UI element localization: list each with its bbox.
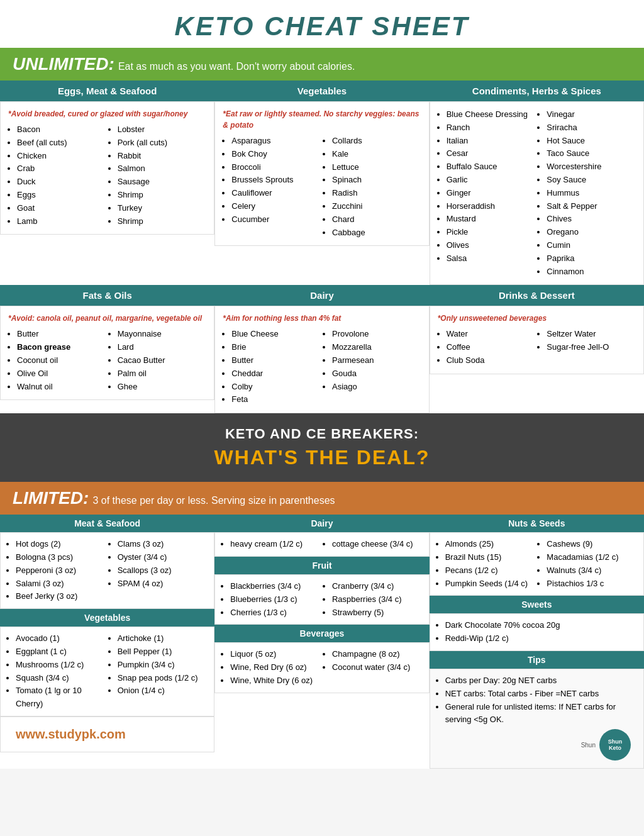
sweets-header: Sweets (430, 596, 644, 613)
list-item: Mushrooms (1/2 c) (16, 659, 106, 672)
eggs-meat-note: *Avoid breaded, cured or glazed with sug… (8, 108, 206, 120)
fruit-header: Fruit (214, 557, 429, 574)
limited-veg-col2: Artichoke (1) Bell Pepper (1) Pumpkin (3… (109, 632, 208, 711)
list-item: Walnut oil (17, 381, 106, 394)
limited-right-col: Nuts & Seeds Almonds (25) Brazil Nuts (1… (430, 515, 644, 769)
list-item: Wine, Red Dry (6 oz) (230, 661, 321, 674)
fruit-col2: Cranberry (3/4 c) Raspberries (3/4 c) St… (323, 580, 423, 619)
list-item: Ginger (447, 187, 536, 200)
fats-cell: Fats & Oils *Avoid: canola oil, peanut o… (0, 285, 214, 413)
list-item: Brie (231, 341, 321, 354)
list-item: Champagne (8 oz) (332, 648, 423, 661)
list-item: General rule for unlisted items: If NET … (445, 701, 637, 727)
dairy-cell: Dairy *Aim for nothing less than 4% fat … (214, 285, 429, 413)
unlimited-label: UNLIMITED: (13, 54, 114, 74)
nuts-col2: Cashews (9) Macadamias (1/2 c) Walnuts (… (538, 538, 637, 590)
list-item: Celery (231, 200, 321, 213)
list-item: Salami (3 oz) (16, 577, 106, 591)
overlay-title: KETO AND CE BREAKERS: (19, 426, 625, 442)
list-item: Olives (447, 239, 536, 252)
list-item: Seltzer Water (547, 328, 636, 341)
list-item: Garlic (447, 174, 536, 187)
list-item: Hummus (547, 187, 636, 200)
limited-middle-col: Dairy heavy cream (1/2 c) cottage cheese… (214, 515, 429, 769)
list-item: Cacao Butter (118, 354, 207, 367)
list-item: Bok Choy (231, 148, 321, 161)
list-item: Cranberry (3/4 c) (332, 580, 423, 593)
list-item: Paprika (547, 252, 636, 265)
list-item: Oyster (3/4 c) (118, 551, 208, 564)
eggs-meat-content: *Avoid breaded, cured or glazed with sug… (0, 101, 214, 235)
list-item: SPAM (4 oz) (118, 577, 208, 591)
list-item: Brussels Sprouts (231, 174, 321, 187)
list-item: Ranch (447, 121, 536, 135)
list-item: Mozzarella (332, 341, 421, 354)
list-item: Oregano (547, 226, 636, 239)
condiments-content: Blue Cheese Dressing Ranch Italian Cesar… (430, 101, 644, 285)
list-item: Cucumber (231, 213, 321, 226)
list-item: Pumpkin (3/4 c) (118, 659, 208, 672)
list-item: Ghee (118, 381, 207, 394)
limited-meat-header: Meat & Seafood (0, 515, 214, 532)
limited-dairy-content: heavy cream (1/2 c) cottage cheese (3/4 … (214, 532, 429, 557)
list-item: Cheddar (231, 367, 321, 381)
drinks-cell: Drinks & Dessert *Only unsweetened bever… (430, 285, 644, 413)
list-item: Dark Chocolate 70% cocoa 20g (445, 619, 637, 632)
drinks-col1: Water Coffee Club Soda (438, 328, 536, 367)
list-item: Shrimp (118, 189, 207, 202)
list-item: Coffee (447, 341, 536, 354)
limited-veg-header: Vegetables (0, 609, 214, 627)
second-row-grid: Fats & Oils *Avoid: canola oil, peanut o… (0, 285, 644, 413)
eggs-meat-header: Eggs, Meat & Seafood (0, 81, 214, 101)
dairy-col2: Provolone Mozzarella Parmesean Gouda Asi… (323, 328, 421, 406)
list-item: Scallops (3 oz) (118, 564, 208, 577)
tips-content: Carbs per Day: 20g NET carbs NET carbs: … (430, 669, 644, 769)
limited-meat-col2: Clams (3 oz) Oyster (3/4 c) Scallops (3 … (109, 538, 208, 603)
list-item: Mayonnaise (118, 328, 207, 341)
list-item: Pork (all cuts) (118, 137, 207, 150)
drinks-note: *Only unsweetened beverages (438, 313, 636, 324)
fats-col1: Butter Bacon grease Coconut oil Olive Oi… (8, 328, 106, 393)
cond-col2: Vinegar Sriracha Hot Sauce Taco Sauce Wo… (538, 108, 636, 278)
list-item: Raspberries (3/4 c) (332, 593, 423, 606)
list-item: Sausage (118, 176, 207, 189)
cond-col1: Blue Cheese Dressing Ranch Italian Cesar… (438, 108, 536, 278)
nuts-col1: Almonds (25) Brazil Nuts (15) Pecans (1/… (436, 538, 536, 590)
list-item: Beef Jerky (3 oz) (16, 590, 106, 603)
list-item: Brazil Nuts (15) (445, 551, 536, 564)
list-item: Bell Pepper (1) (118, 645, 208, 659)
list-item: Zucchini (332, 200, 421, 213)
brand-logo: ShunKeto (599, 729, 631, 761)
list-item: Kale (332, 148, 421, 161)
vegetables-list: Asparagus Bok Choy Broccoli Brussels Spr… (223, 135, 421, 239)
drinks-content: *Only unsweetened beverages Water Coffee… (430, 306, 644, 374)
list-item: Radish (332, 187, 421, 200)
list-item: Bologna (3 pcs) (16, 551, 106, 564)
dairy-col1: Blue Cheese Brie Butter Cheddar Colby Fe… (223, 328, 321, 406)
beverages-list: Liquor (5 oz) Wine, Red Dry (6 oz) Wine,… (221, 648, 422, 687)
fruit-list: Blackberries (3/4 c) Blueberries (1/3 c)… (221, 580, 422, 619)
list-item: Pecans (1/2 c) (445, 564, 536, 577)
eggs-meat-col2: Lobster Pork (all cuts) Rabbit Salmon Sa… (109, 123, 207, 228)
list-item: Vinegar (547, 108, 636, 121)
limited-veg-col1: Avocado (1) Eggplant (1 c) Mushrooms (1/… (7, 632, 106, 711)
list-item: Salsa (447, 252, 536, 265)
list-item: Palm oil (118, 367, 207, 381)
eggs-meat-cell: Eggs, Meat & Seafood *Avoid breaded, cur… (0, 81, 214, 285)
list-item: Provolone (332, 328, 421, 341)
list-item: Wine, White Dry (6 oz) (230, 674, 321, 688)
keto-breakers-overlay: KETO AND CE BREAKERS: WHAT'S THE DEAL? (0, 413, 644, 482)
list-item: Horseraddish (447, 200, 536, 213)
list-item: Turkey (118, 202, 207, 215)
list-item: Bacon (17, 123, 106, 137)
limited-veg-content: Avocado (1) Eggplant (1 c) Mushrooms (1/… (0, 627, 214, 716)
list-item: Taco Sauce (547, 147, 636, 160)
dairy-header: Dairy (214, 285, 429, 306)
list-item: Duck (17, 176, 106, 189)
list-item: Chives (547, 213, 636, 226)
fruit-content: Blackberries (3/4 c) Blueberries (1/3 c)… (214, 574, 429, 625)
website-cell: www.studypk.com (0, 716, 214, 752)
list-item: Avocado (1) (16, 632, 106, 645)
list-item: Blueberries (1/3 c) (230, 593, 321, 606)
list-item: Spinach (332, 174, 421, 187)
